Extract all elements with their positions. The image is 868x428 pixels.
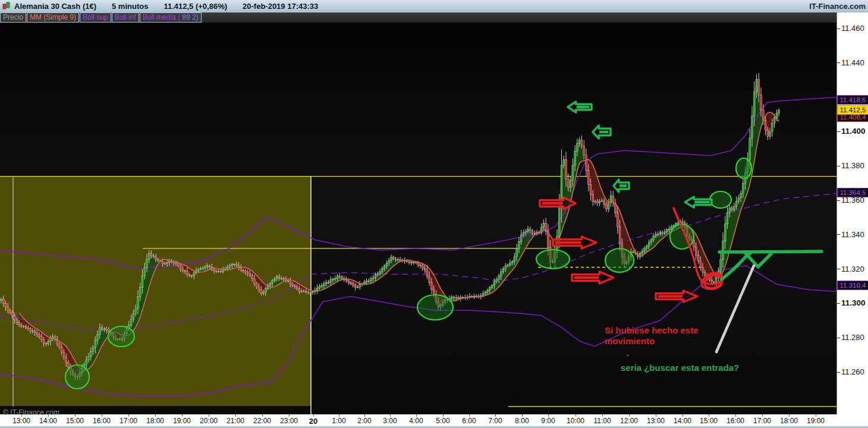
legend-item-label: 89 2) [180,13,199,21]
trading-platform-window: { "header": { "instrument": "Alemania 30… [0,0,868,428]
legend-item-label: Boll sup [83,13,108,21]
title-bar: Alemania 30 Cash (1€) 5 minutos 11.412,5… [0,0,868,13]
price-axis-label: 11.260 [841,367,864,376]
time-axis-label: 19:00 [169,417,195,425]
brand-label: IT-Finance.com [809,0,866,12]
price-axis-label: 11.440 [841,58,864,67]
price-axis-tick [837,29,840,29]
time-axis-label: 1:00 [326,417,352,425]
time-axis-label: 11:00 [589,417,615,425]
time-axis-label: 19:00 [803,417,829,425]
price-axis-label: 11.460 [841,24,864,33]
time-axis-label: 17:00 [115,417,141,425]
drawn-ellipse [536,250,570,269]
price-axis-label: 11.280 [841,333,864,342]
time-axis-label: 16:00 [89,417,115,425]
time-axis-label: 22:00 [249,417,275,425]
candlestick-logo-icon [2,1,11,12]
legend-item-label: Boll media ( [143,13,180,21]
quote-datetime: 20-feb-2019 17:43:33 [243,2,318,11]
timeframe-label: 5 minutos [112,2,148,11]
price-axis-tick [837,131,840,132]
price-axis-tick [837,234,840,235]
time-axis-label: 21:00 [222,417,249,425]
time-axis-label: 14:00 [669,417,696,425]
drawn-ellipse [108,326,134,347]
freehand-green-path[interactable] [719,251,822,252]
price-axis-tick [837,200,840,201]
price-axis-label: 11.400 [841,127,866,136]
price-axis-label: 11.380 [841,161,864,170]
legend-item-boll-media[interactable]: Boll media ( 89 2) [140,12,202,23]
drawn-ellipse [710,191,731,208]
annotation-text-red: Si hubiese hecho este movimiento [605,325,700,347]
price-axis-tick [837,303,840,304]
freehand-green-path[interactable] [745,253,771,267]
time-axis-label: 20 [300,417,326,426]
chart-plot-area[interactable] [0,23,836,414]
price-axis-label: 11.320 [841,265,864,273]
legend-item-boll-inf[interactable]: Boll inf [112,12,139,23]
time-axis[interactable]: 13:0014:0015:0016:0017:0018:0019:0020:00… [0,414,868,426]
annotation-text-green: seria ¿buscar esta entrada? [621,363,775,373]
time-axis-label: 16:00 [722,417,749,425]
last-quote: 11.412,5 (+0,86%) [163,2,227,11]
time-axis-label: 9:00 [535,417,561,425]
drawn-arrows[interactable] [540,102,712,302]
price-axis-label: 11.300 [841,298,866,307]
price-axis[interactable]: 11.46011.44011.40011.38011.36011.34011.3… [836,12,868,414]
price-axis-tick [837,166,840,166]
time-axis-label: 10:00 [562,417,589,425]
time-axis-label: 4:00 [403,417,429,425]
price-axis-tick [837,269,840,269]
last-price-tag: 11.310,4 [837,281,868,290]
time-axis-label: 18:00 [776,417,802,425]
time-axis-label: 3:00 [377,417,403,425]
left-arrow-annotation [614,180,629,192]
highlighted-session-zone [0,177,311,406]
time-axis-label: 13:00 [643,417,669,425]
price-axis-label: 11.340 [841,230,864,239]
legend-item-label: Boll inf [115,13,136,21]
stray-red-dot [627,354,628,356]
right-arrow-annotation [572,272,614,284]
time-axis-label: 6:00 [456,417,482,425]
instrument-name: Alemania 30 Cash (1€) [14,2,96,11]
last-price-tag: 11.364,5 [837,188,868,197]
left-arrow-annotation [568,102,592,112]
chart-watermark: © IT-Finance.com [3,408,59,417]
legend-item-boll-sup[interactable]: Boll sup [80,12,111,23]
time-axis-label: 8:00 [509,417,535,425]
right-arrow-annotation [656,291,697,302]
legend-item-label: MM (Simple 9) [30,13,76,21]
time-axis-label: 15:00 [62,417,88,425]
time-axis-label: 18:00 [142,417,168,425]
left-arrow-annotation [593,125,611,139]
drawn-ellipse [736,158,751,178]
time-axis-label: 14:00 [35,417,61,425]
legend-item-mm-simple-9[interactable]: MM (Simple 9) [27,12,79,23]
price-axis-tick [837,338,840,338]
indicator-legend: PrecioMM (Simple 9)Boll supBoll infBoll … [0,12,836,23]
last-price-tag: 11.418,6 [837,95,868,105]
last-price-tag: 11.412,5 [837,105,868,115]
time-axis-label: 12:00 [616,417,642,425]
time-axis-label: 2:00 [351,417,378,425]
time-axis-label: 13:00 [8,417,34,425]
drawn-ellipse [65,365,89,389]
time-axis-label: 15:00 [696,417,722,425]
time-axis-label: 7:00 [482,417,508,425]
time-axis-label: 5:00 [430,417,456,425]
drawn-ellipse [605,248,634,272]
candlestick-chart-svg[interactable] [0,23,836,414]
price-axis-tick [837,62,840,63]
legend-item-label: Precio [3,13,23,21]
price-axis-tick [837,372,840,373]
left-arrow-annotation [685,197,712,207]
time-axis-label: 23:00 [276,417,302,425]
time-axis-label: 20:00 [196,417,222,425]
drawn-ellipse [417,295,453,320]
legend-item-precio[interactable]: Precio [0,12,26,23]
time-axis-label: 17:00 [749,417,775,425]
